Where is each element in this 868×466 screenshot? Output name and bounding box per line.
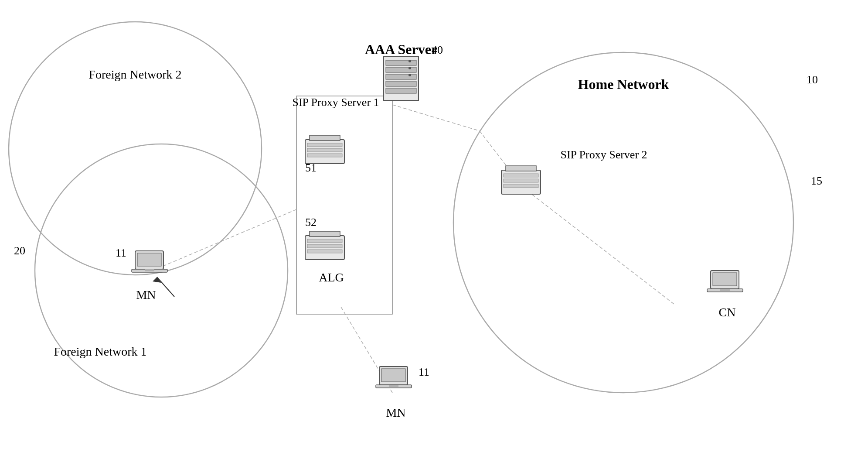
svg-line-4 [153, 209, 296, 271]
alg-label: ALG [310, 271, 353, 284]
svg-point-16 [408, 67, 411, 69]
ref-20: 20 [14, 244, 25, 257]
svg-rect-31 [504, 184, 538, 188]
svg-rect-11 [386, 67, 416, 72]
svg-rect-20 [307, 148, 342, 152]
svg-rect-30 [504, 179, 538, 182]
svg-line-6 [392, 105, 480, 131]
svg-rect-25 [307, 244, 342, 248]
sip-proxy-server-2-label: SIP Proxy Server 2 [549, 148, 658, 161]
svg-rect-26 [307, 250, 342, 253]
foreign-network-2-label: Foreign Network 2 [70, 68, 201, 82]
svg-point-0 [9, 22, 262, 275]
svg-point-2 [453, 52, 793, 393]
foreign-network-1-label: Foreign Network 1 [35, 345, 166, 359]
svg-rect-29 [504, 174, 538, 177]
sip-proxy-server-1-label: SIP Proxy Server 1 [288, 96, 384, 109]
ref-15: 15 [811, 175, 822, 188]
ref-11a: 11 [116, 247, 126, 260]
svg-rect-12 [386, 74, 416, 79]
svg-rect-13 [386, 81, 416, 86]
svg-rect-38 [381, 369, 405, 382]
mn-bottom-label: MN [378, 406, 413, 420]
svg-point-17 [408, 74, 411, 76]
diagram-container: Foreign Network 2 Foreign Network 1 Home… [0, 0, 868, 466]
svg-rect-24 [307, 239, 342, 243]
home-network-label: Home Network [558, 76, 689, 93]
svg-rect-42 [713, 273, 737, 286]
ref-40: 40 [432, 44, 443, 57]
ref-52: 52 [305, 216, 317, 229]
svg-line-8 [523, 188, 676, 305]
mn-foreign-label: MN [129, 288, 163, 302]
ref-51: 51 [305, 161, 317, 175]
svg-rect-19 [307, 143, 342, 147]
svg-rect-34 [137, 253, 161, 266]
svg-rect-27 [310, 231, 340, 236]
svg-rect-40 [389, 385, 398, 387]
svg-rect-44 [720, 289, 730, 291]
svg-rect-22 [310, 135, 340, 140]
ref-10: 10 [807, 73, 818, 86]
svg-rect-14 [386, 88, 416, 93]
svg-rect-21 [307, 154, 342, 157]
svg-rect-10 [386, 60, 416, 65]
svg-rect-36 [145, 269, 154, 271]
ref-11b: 11 [419, 366, 429, 379]
svg-rect-32 [506, 166, 536, 171]
svg-point-15 [408, 60, 411, 62]
cn-label: CN [710, 305, 745, 319]
